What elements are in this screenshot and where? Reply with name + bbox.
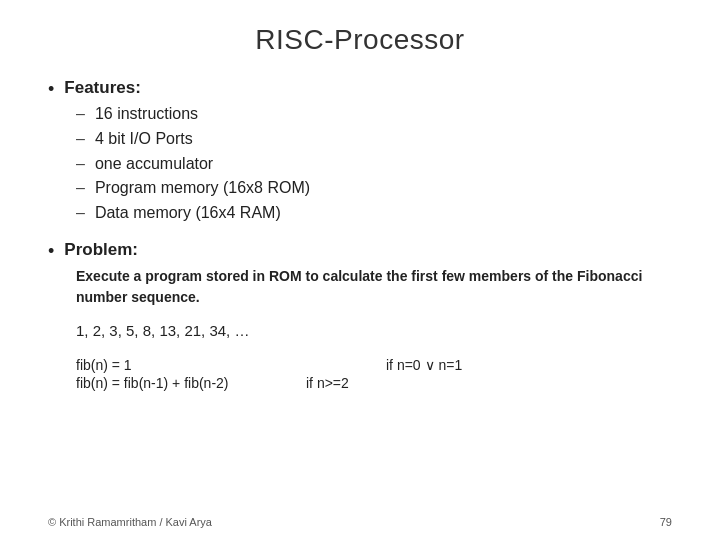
feature-text-4: Program memory (16x8 ROM): [95, 176, 310, 201]
problem-label: Problem:: [64, 240, 138, 260]
problem-section: • Problem: Execute a program stored in R…: [48, 240, 672, 401]
page: RISC-Processor • Features: – 16 instruct…: [0, 0, 720, 540]
feature-text-1: 16 instructions: [95, 102, 198, 127]
feature-item-4: – Program memory (16x8 ROM): [76, 176, 672, 201]
feature-text-2: 4 bit I/O Ports: [95, 127, 193, 152]
fib-eq-2-left: fib(n) = fib(n-1) + fib(n-2): [76, 375, 306, 391]
dash-3: –: [76, 152, 85, 177]
fib-eq-1-right: if n=0 ∨ n=1: [386, 357, 462, 373]
feature-item-3: – one accumulator: [76, 152, 672, 177]
features-section: • Features: – 16 instructions – 4 bit I/…: [48, 78, 672, 230]
dash-2: –: [76, 127, 85, 152]
fib-row-1: fib(n) = 1 if n=0 ∨ n=1: [76, 357, 672, 373]
bullet-dot-features: •: [48, 79, 54, 100]
page-title: RISC-Processor: [48, 24, 672, 56]
feature-text-5: Data memory (16x4 RAM): [95, 201, 281, 226]
footer-copyright: © Krithi Ramamritham / Kavi Arya: [48, 516, 212, 528]
dash-4: –: [76, 176, 85, 201]
fib-eq-1-left: fib(n) = 1: [76, 357, 306, 373]
footer: © Krithi Ramamritham / Kavi Arya 79: [48, 516, 672, 528]
features-sub-items: – 16 instructions – 4 bit I/O Ports – on…: [76, 102, 672, 226]
fibonacci-sequence: 1, 2, 3, 5, 8, 13, 21, 34, …: [76, 322, 672, 339]
bullet-dot-problem: •: [48, 241, 54, 262]
features-bullet-item: • Features:: [48, 78, 672, 100]
fib-equations: fib(n) = 1 if n=0 ∨ n=1 fib(n) = fib(n-1…: [76, 357, 672, 391]
fib-eq-2-mid: if n>=2: [306, 375, 349, 391]
dash-1: –: [76, 102, 85, 127]
dash-5: –: [76, 201, 85, 226]
feature-item-1: – 16 instructions: [76, 102, 672, 127]
fib-row-2: fib(n) = fib(n-1) + fib(n-2) if n>=2: [76, 375, 672, 391]
problem-description: Execute a program stored in ROM to calcu…: [76, 266, 672, 308]
problem-bullet-item: • Problem:: [48, 240, 672, 262]
feature-text-3: one accumulator: [95, 152, 213, 177]
footer-page-number: 79: [660, 516, 672, 528]
feature-item-2: – 4 bit I/O Ports: [76, 127, 672, 152]
features-label: Features:: [64, 78, 141, 98]
feature-item-5: – Data memory (16x4 RAM): [76, 201, 672, 226]
